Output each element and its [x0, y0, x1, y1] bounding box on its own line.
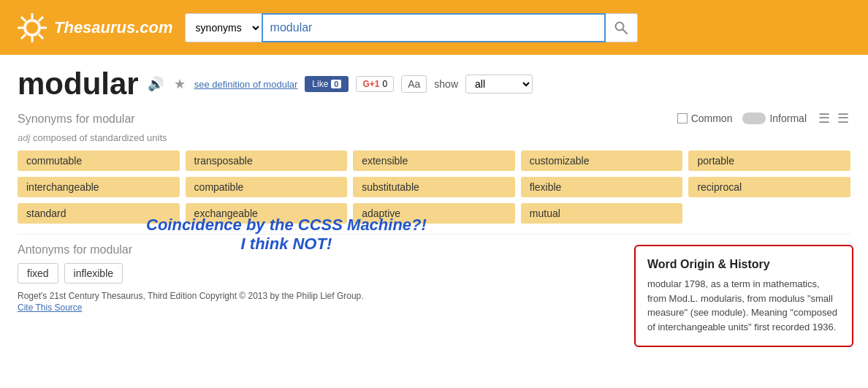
synonyms-section-header: Synonyms for modular Common Informal ☰ ☰ [18, 109, 850, 128]
show-select[interactable]: all common informal [465, 75, 533, 94]
aa-button[interactable]: Aa [401, 75, 427, 93]
tag-customizable[interactable]: customizable [521, 151, 683, 171]
svg-line-8 [21, 34, 26, 39]
pos-label: adj composed of standardized units [18, 132, 850, 143]
gplus-label: G+1 [362, 79, 379, 89]
list-view-button[interactable]: ☰ [836, 109, 850, 128]
svg-line-11 [623, 29, 628, 34]
tag-extensible[interactable]: extensible [353, 151, 515, 171]
logo-sun-icon [15, 10, 50, 45]
tag-exchangeable[interactable]: exchangeable [186, 203, 348, 224]
synonyms-title: Synonyms for modular [18, 111, 135, 126]
gplus-button[interactable]: G+1 0 [356, 76, 394, 92]
antonym-fixed[interactable]: fixed [18, 263, 58, 284]
tag-empty [688, 203, 850, 224]
svg-line-5 [21, 17, 26, 21]
informal-toggle[interactable] [742, 113, 766, 124]
favorite-button[interactable]: ★ [172, 75, 187, 94]
filter-row: Common Informal ☰ ☰ [677, 109, 850, 128]
tag-mutual[interactable]: mutual [521, 203, 683, 224]
word-origin-text: modular 1798, as a term in mathematics, … [647, 277, 840, 334]
tag-substitutable[interactable]: substitutable [353, 177, 515, 197]
search-type-select[interactable]: synonyms [185, 13, 262, 42]
show-label: show [434, 78, 458, 90]
tag-portable[interactable]: portable [688, 151, 850, 171]
antonym-inflexible[interactable]: inflexible [64, 263, 123, 284]
tag-compatible[interactable]: compatible [186, 177, 348, 197]
tag-flexible[interactable]: flexible [521, 177, 683, 197]
svg-line-6 [39, 34, 43, 39]
tag-transposable[interactable]: transposable [186, 151, 348, 171]
synonyms-title-group: Synonyms for modular [18, 111, 135, 126]
search-input[interactable] [262, 13, 606, 42]
word-origin-title: Word Origin & History [647, 258, 840, 271]
common-label: Common [691, 113, 733, 124]
define-link[interactable]: see definition of modular [194, 79, 298, 90]
audio-button[interactable]: 🔊 [146, 75, 165, 94]
tag-interchangeable[interactable]: interchangeable [18, 177, 180, 197]
synonyms-tags: commutable transposable extensible custo… [18, 151, 850, 224]
informal-label: Informal [769, 113, 807, 124]
search-icon [614, 20, 628, 35]
fb-count: 0 [331, 80, 341, 88]
search-bar: synonyms [185, 13, 638, 42]
common-checkbox[interactable] [677, 113, 688, 123]
common-filter: Common [677, 113, 733, 124]
gplus-count: 0 [383, 79, 388, 89]
tag-commutable[interactable]: commutable [18, 151, 180, 171]
page-title: modular [18, 66, 139, 102]
search-button[interactable] [606, 13, 638, 42]
antonyms-title: Antonyms for modular [18, 242, 132, 257]
tag-adaptive[interactable]: adaptive [353, 203, 515, 224]
site-header: Thesaurus.com synonyms [0, 0, 868, 55]
word-origin-panel: Word Origin & History modular 1798, as a… [634, 245, 853, 347]
facebook-like-button[interactable]: Like 0 [305, 76, 349, 92]
view-icons: ☰ ☰ [817, 109, 850, 128]
tag-standard[interactable]: standard [18, 203, 180, 224]
svg-line-7 [39, 17, 43, 21]
section-divider [18, 234, 850, 235]
grid-view-button[interactable]: ☰ [817, 109, 831, 128]
logo[interactable]: Thesaurus.com [15, 10, 173, 45]
informal-filter: Informal [742, 113, 807, 124]
fb-label: Like [312, 79, 328, 89]
tag-reciprocal[interactable]: reciprocal [688, 177, 850, 197]
word-title-row: modular 🔊 ★ see definition of modular Li… [18, 66, 850, 102]
svg-point-9 [26, 22, 38, 34]
logo-text: Thesaurus.com [54, 18, 173, 37]
main-content: modular 🔊 ★ see definition of modular Li… [0, 55, 868, 324]
